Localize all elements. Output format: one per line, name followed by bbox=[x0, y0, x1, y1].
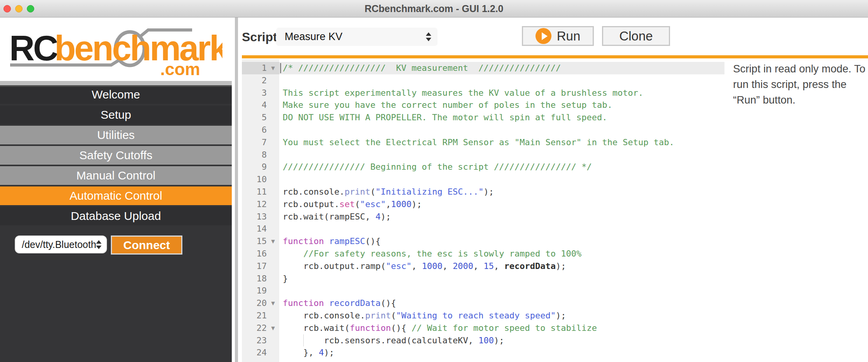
code-content: rcb.output.set("esc",1000); bbox=[279, 198, 724, 211]
stepper-arrows-icon bbox=[426, 32, 431, 41]
code-token: print bbox=[345, 187, 370, 197]
gutter-cell: 21 bbox=[242, 309, 279, 322]
sidebar-item-database-upload[interactable]: Database Upload bbox=[0, 207, 232, 225]
gutter-cell: 24 bbox=[242, 346, 279, 359]
play-icon bbox=[536, 28, 551, 44]
sidebar-item-label: Manual Control bbox=[76, 169, 155, 182]
fold-spacer bbox=[267, 346, 279, 359]
sidebar-item-welcome[interactable]: Welcome bbox=[0, 85, 232, 104]
code-line: 20▾function recordData(){ bbox=[242, 297, 724, 309]
connect-button[interactable]: Connect bbox=[111, 235, 182, 255]
code-token: //For safety reasons, the esc is slowly … bbox=[283, 249, 581, 258]
line-number: 9 bbox=[242, 161, 267, 173]
code-content bbox=[279, 173, 724, 186]
sidebar-item-safety-cutoffs[interactable]: Safety Cutoffs bbox=[0, 146, 232, 165]
code-line: 2 bbox=[242, 74, 724, 87]
code-token: "esc" bbox=[386, 261, 411, 271]
sidebar-item-label: Utilities bbox=[97, 128, 135, 142]
code-line: 15▾function rampESC(){ bbox=[242, 235, 724, 248]
code-content: } bbox=[279, 272, 724, 285]
line-number: 16 bbox=[242, 248, 267, 260]
line-number: 19 bbox=[242, 285, 267, 297]
code-token: ( bbox=[391, 311, 396, 320]
sidebar-item-label: Automatic Control bbox=[70, 189, 162, 202]
code-token: rcb.wait(rampESC, bbox=[283, 212, 375, 221]
code-content: rcb.sensors.read(calculateKV, 100); bbox=[279, 334, 724, 347]
code-content: //For safety reasons, the esc is slowly … bbox=[279, 248, 724, 260]
code-token: Make sure you have the correct number of… bbox=[283, 100, 612, 110]
code-token: "Waiting to reach steady speed" bbox=[396, 311, 556, 320]
code-token: ); bbox=[381, 212, 391, 221]
sidebar-main-divider bbox=[235, 18, 238, 362]
line-number: 14 bbox=[242, 223, 267, 235]
sidebar-item-utilities[interactable]: Utilities bbox=[0, 126, 232, 144]
code-line: 8 bbox=[242, 149, 724, 161]
line-number: 1 bbox=[242, 62, 267, 74]
code-line: 6 bbox=[242, 124, 724, 136]
code-token: This script experimentally measures the … bbox=[283, 88, 643, 98]
sidebar-item-manual-control[interactable]: Manual Control bbox=[0, 166, 232, 185]
stepper-arrows-icon bbox=[96, 240, 102, 249]
code-content bbox=[279, 74, 724, 87]
code-line: 22▾ rcb.wait(function(){ // Wait for mot… bbox=[242, 322, 724, 334]
code-content: rcb.wait(rampESC, 4); bbox=[279, 211, 724, 223]
code-token: rcb.wait( bbox=[283, 323, 350, 333]
sidebar-item-setup[interactable]: Setup bbox=[0, 105, 232, 124]
code-token: // Wait for motor speed to stabilize bbox=[411, 323, 597, 333]
gutter-cell: 1▾ bbox=[242, 62, 279, 74]
code-token: }, bbox=[283, 348, 319, 357]
line-number: 21 bbox=[242, 309, 267, 322]
code-line: 13rcb.wait(rampESC, 4); bbox=[242, 211, 724, 223]
code-line: 19 bbox=[242, 285, 724, 297]
logo-com: .com bbox=[160, 60, 200, 78]
code-content: rcb.console.print("Waiting to reach stea… bbox=[279, 309, 724, 322]
port-select[interactable]: /dev/tty.Bluetooth- bbox=[15, 235, 107, 253]
script-select-value: Measure KV bbox=[285, 31, 426, 43]
fold-spacer bbox=[267, 74, 279, 87]
code-token: , bbox=[473, 261, 484, 271]
gutter-cell: 18 bbox=[242, 272, 279, 285]
code-editor[interactable]: 1▾/* ///////////////// KV measurement //… bbox=[242, 62, 724, 359]
code-token: rcb.console. bbox=[283, 311, 365, 320]
gutter-cell: 17 bbox=[242, 260, 279, 272]
line-number: 8 bbox=[242, 149, 267, 161]
sidebar-item-label: Welcome bbox=[92, 88, 140, 101]
line-number: 10 bbox=[242, 173, 267, 186]
gutter-cell: 10 bbox=[242, 173, 279, 186]
fold-spacer bbox=[267, 272, 279, 285]
code-content bbox=[279, 285, 724, 297]
sidebar-item-automatic-control[interactable]: Automatic Control bbox=[0, 186, 232, 205]
run-button[interactable]: Run bbox=[522, 26, 594, 46]
fold-spacer bbox=[267, 211, 279, 223]
code-line: 1▾/* ///////////////// KV measurement //… bbox=[242, 62, 724, 74]
code-token: "esc" bbox=[360, 199, 386, 209]
fold-spacer bbox=[267, 186, 279, 198]
code-content: }, 4); bbox=[279, 346, 724, 359]
script-select[interactable]: Measure KV bbox=[276, 28, 438, 46]
close-icon[interactable] bbox=[4, 5, 11, 12]
code-token: 2000 bbox=[453, 261, 473, 271]
code-token: ); bbox=[556, 311, 566, 320]
code-token: , bbox=[386, 199, 391, 209]
code-content: rcb.output.ramp("esc", 1000, 2000, 15, r… bbox=[279, 260, 724, 272]
code-token: (){ bbox=[381, 298, 396, 308]
line-number: 15 bbox=[242, 235, 267, 248]
fold-arrow-icon[interactable]: ▾ bbox=[267, 322, 279, 334]
clone-button[interactable]: Clone bbox=[602, 26, 670, 46]
fold-arrow-icon[interactable]: ▾ bbox=[267, 297, 279, 309]
code-token: function bbox=[283, 236, 329, 246]
sidebar-item-label: Database Upload bbox=[71, 209, 161, 223]
code-token: 15 bbox=[484, 261, 494, 271]
fold-spacer bbox=[267, 334, 279, 347]
fold-spacer bbox=[267, 309, 279, 322]
code-line: 24 }, 4); bbox=[242, 346, 724, 359]
code-token: , bbox=[443, 261, 453, 271]
zoom-icon[interactable] bbox=[27, 5, 34, 12]
code-line: 9//////////////// Beginning of the scrip… bbox=[242, 161, 724, 173]
code-token: function bbox=[350, 323, 391, 333]
line-number: 17 bbox=[242, 260, 267, 272]
fold-arrow-icon[interactable]: ▾ bbox=[267, 62, 279, 74]
code-content: /* ///////////////// KV measurement ////… bbox=[279, 62, 724, 74]
minimize-icon[interactable] bbox=[15, 5, 23, 12]
fold-arrow-icon[interactable]: ▾ bbox=[267, 235, 279, 248]
